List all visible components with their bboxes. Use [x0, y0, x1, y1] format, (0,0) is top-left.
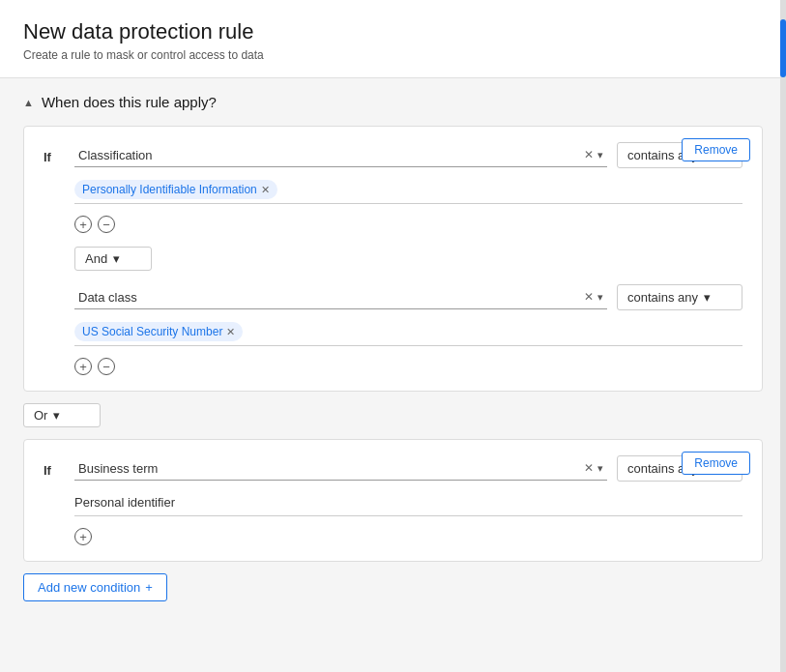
page-title: New data protection rule: [23, 19, 763, 44]
add-condition-circle-1[interactable]: +: [74, 216, 92, 233]
add-remove-row-3: +: [74, 528, 742, 545]
businessterm-dropdown[interactable]: Business term ✕ ▾: [74, 457, 607, 481]
page-container: New data protection rule Create a rule t…: [0, 0, 786, 672]
add-condition-circle-3[interactable]: +: [74, 528, 92, 545]
add-condition-circle-2[interactable]: +: [74, 358, 92, 375]
businessterm-clear-icon[interactable]: ✕: [584, 461, 594, 475]
businessterm-row: Business term ✕ ▾ contains any ▾: [74, 455, 742, 482]
add-condition-plus-icon: +: [145, 580, 153, 595]
personal-identifier-value: Personal identifier: [74, 493, 742, 511]
condition-fields-1: Classification ✕ ▾ contains any ▾: [74, 142, 742, 375]
dataclass-operator-label: contains any: [627, 290, 698, 305]
if-label-2: If: [44, 463, 63, 478]
ssn-tag-label: US Social Security Number: [82, 325, 222, 338]
or-label: Or: [34, 408, 47, 423]
classification-clear-icon[interactable]: ✕: [584, 148, 594, 161]
dataclass-row: Data class ✕ ▾ contains any ▾: [74, 284, 742, 310]
section-title: When does this rule apply?: [42, 94, 217, 110]
personal-identifier-row: Personal identifier: [74, 489, 742, 516]
and-or-wrapper: And ▾: [74, 247, 742, 271]
dataclass-tag-row: US Social Security Number ✕: [74, 318, 742, 346]
add-new-condition-button[interactable]: Add new condition +: [23, 573, 167, 601]
dataclass-operator-dropdown[interactable]: contains any ▾: [617, 284, 742, 310]
dataclass-clear-icon[interactable]: ✕: [584, 290, 594, 304]
pii-tag-label: Personally Identifiable Information: [82, 183, 257, 196]
remove-button-1[interactable]: Remove: [682, 138, 750, 161]
or-dropdown[interactable]: Or ▾: [23, 403, 101, 427]
remove-condition-circle-2[interactable]: −: [98, 358, 115, 375]
businessterm-icons: ✕ ▾: [584, 461, 603, 475]
add-condition-label: Add new condition: [38, 580, 140, 595]
remove-button-2[interactable]: Remove: [682, 452, 750, 475]
condition-block-2: Remove If Business term ✕ ▾: [23, 439, 763, 562]
scrollbar[interactable]: [780, 0, 786, 672]
if-row-2: If Business term ✕ ▾ contains any: [44, 455, 742, 545]
ssn-tag-remove-icon[interactable]: ✕: [226, 326, 235, 338]
or-separator: Or ▾: [23, 403, 763, 427]
dataclass-icons: ✕ ▾: [584, 290, 603, 304]
add-remove-row-2: + −: [74, 358, 742, 375]
and-or-chevron-icon: ▾: [113, 251, 120, 266]
and-or-label: And: [85, 251, 107, 266]
and-or-dropdown[interactable]: And ▾: [74, 247, 152, 271]
ssn-tag: US Social Security Number ✕: [74, 322, 243, 341]
classification-tag-row: Personally Identifiable Information ✕: [74, 176, 742, 204]
page-subtitle: Create a rule to mask or control access …: [23, 48, 763, 62]
if-label-1: If: [44, 150, 63, 164]
or-chevron-icon: ▾: [53, 408, 60, 423]
pii-tag: Personally Identifiable Information ✕: [74, 180, 277, 199]
dataclass-chevron-icon[interactable]: ▾: [597, 291, 603, 304]
condition-block-1: Remove If Classification ✕ ▾: [23, 126, 763, 392]
businessterm-label: Business term: [78, 461, 158, 476]
remove-condition-circle-1[interactable]: −: [98, 216, 115, 233]
pii-tag-remove-icon[interactable]: ✕: [261, 184, 270, 196]
if-row-1: If Classification ✕ ▾ contains any: [44, 142, 742, 375]
add-remove-row-1: + −: [74, 216, 742, 233]
classification-row: Classification ✕ ▾ contains any ▾: [74, 142, 742, 168]
dataclass-operator-chevron-icon: ▾: [704, 290, 711, 305]
collapse-icon[interactable]: ▲: [23, 97, 34, 108]
classification-label: Classification: [78, 148, 153, 162]
classification-dropdown[interactable]: Classification ✕ ▾: [74, 144, 607, 167]
scrollbar-thumb[interactable]: [780, 19, 786, 77]
header: New data protection rule Create a rule t…: [0, 0, 786, 78]
classification-icons: ✕ ▾: [584, 148, 603, 161]
dataclass-label: Data class: [78, 290, 137, 305]
classification-chevron-icon[interactable]: ▾: [597, 149, 603, 161]
businessterm-chevron-icon[interactable]: ▾: [597, 462, 603, 475]
main-content: ▲ When does this rule apply? Remove If C…: [0, 78, 786, 672]
dataclass-dropdown[interactable]: Data class ✕ ▾: [74, 286, 607, 309]
condition-fields-2: Business term ✕ ▾ contains any ▾: [74, 455, 742, 545]
section-header: ▲ When does this rule apply?: [23, 94, 763, 110]
